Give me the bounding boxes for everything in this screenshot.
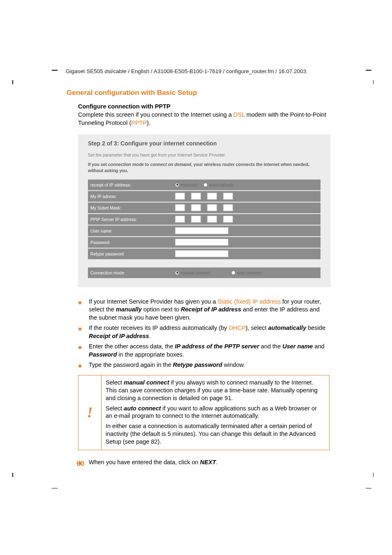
ui-term: auto connect [124, 405, 161, 412]
page-header-path: Gigaset SE505 dsl/cable / English / A310… [66, 68, 306, 74]
text: in the appropriate boxes. [117, 351, 184, 358]
ip-octet-input[interactable] [175, 193, 185, 200]
ip-octet-input[interactable] [191, 193, 201, 200]
bullet-icon [78, 361, 84, 369]
bullet-icon [78, 324, 84, 340]
text: If you set [88, 162, 108, 167]
ip-octet-input[interactable] [223, 193, 233, 200]
row-receipt-ip: receipt of IP address: manually automati… [88, 180, 321, 190]
text: and the [259, 343, 282, 350]
text: and [313, 343, 324, 350]
radio-manually[interactable]: manually [175, 182, 198, 187]
ui-term: User name [282, 343, 313, 350]
text: window. [222, 362, 245, 368]
label-username: User name [90, 228, 175, 233]
ui-term: Retype password [173, 362, 222, 368]
ui-term: manually [116, 306, 142, 313]
radio-manual-connect[interactable]: manual connect [175, 270, 211, 275]
form-table: receipt of IP address: manually automati… [88, 180, 321, 278]
list-item: If your Internet Service Provider has gi… [78, 298, 329, 322]
ui-term: manual connect [124, 379, 169, 386]
callout-box: ! Select manual connect if you always wi… [78, 375, 330, 450]
ip-octet-input[interactable] [223, 204, 233, 211]
ip-octet-input[interactable] [207, 204, 217, 211]
ui-term: Password [89, 351, 117, 358]
radio-label: auto connect [237, 270, 261, 275]
row-retype-password: Retype password [88, 249, 321, 259]
username-input[interactable] [175, 227, 228, 234]
ip-octet-input[interactable] [191, 216, 201, 223]
text: . [149, 333, 151, 339]
final-instruction: When you have entered the data, click on… [78, 458, 329, 467]
password-input[interactable] [175, 239, 228, 246]
text: connect on demand [150, 162, 191, 167]
radio-label: automatically [209, 182, 234, 187]
text: If the router receives its IP address au… [89, 325, 229, 331]
bullet-icon [78, 343, 84, 359]
text: connection mode [108, 162, 144, 167]
text: beside [306, 325, 325, 331]
text: . [216, 459, 218, 465]
list-item: Enter the other access data, the IP addr… [78, 343, 329, 359]
text: Type the password again in the [89, 362, 173, 368]
callout-paragraph: Select manual connect if you always wish… [106, 379, 325, 402]
label-subnet: My Subet Mask: [90, 205, 175, 210]
bullet-icon [78, 298, 84, 322]
ip-octet-input[interactable] [207, 216, 217, 223]
list-item: When you have entered the data, click on… [78, 458, 329, 467]
callout-paragraph: In either case a connection is automatic… [106, 422, 325, 446]
radio-automatically[interactable]: automatically [203, 182, 234, 187]
retype-password-input[interactable] [175, 250, 228, 257]
term-dhcp: DHCP [229, 325, 246, 331]
row-pptp-server: PPtP Server IP address: . . . [88, 214, 321, 225]
ip-octet-input[interactable] [175, 216, 185, 223]
text: If your Internet Service Provider has gi… [89, 298, 218, 305]
row-spacer [88, 260, 321, 267]
label-pptp-server: PPtP Server IP address: [90, 217, 175, 222]
ui-term: Receipt of IP address [181, 306, 241, 313]
radio-label: manually [180, 182, 198, 187]
term-dsl: DSL [233, 111, 245, 118]
ip-octet-input[interactable] [223, 216, 233, 223]
ip-octet-input[interactable] [191, 204, 201, 211]
instruction-list: If your Internet Service Provider has gi… [78, 298, 329, 370]
callout-paragraph: Select auto connect if you want to allow… [106, 405, 325, 420]
screenshot-warning: If you set connection mode to connect on… [88, 161, 321, 173]
row-connection-mode: Connection mode manual connect auto conn… [88, 267, 321, 278]
label-password: Password [90, 240, 175, 245]
page-number: 60 [76, 460, 84, 468]
text: option next to [142, 306, 181, 313]
label-retype-password: Retype password [90, 251, 175, 256]
ip-octet-input[interactable] [207, 193, 217, 200]
text: ). [147, 120, 150, 126]
screenshot-note: Set the parameter that you have got from… [88, 152, 321, 157]
text: ), select [246, 325, 268, 331]
text: Select [106, 405, 124, 412]
intro-paragraph: Complete this screen if you connect to t… [78, 111, 329, 127]
term-pptp: PPTP [131, 120, 147, 126]
ui-term: Receipt of IP address [89, 333, 149, 339]
row-password: Password [88, 237, 321, 248]
radio-label: manual connect [180, 270, 211, 275]
screenshot-step-title: Step 2 of 3: Configure your internet con… [88, 140, 321, 147]
row-subnet: My Subet Mask: . . . [88, 203, 321, 213]
config-screenshot: Step 2 of 3: Configure your internet con… [78, 134, 330, 287]
radio-auto-connect[interactable]: auto connect [231, 270, 261, 275]
term-static-ip: Static (fixed) IP address [218, 298, 281, 305]
list-item: If the router receives its IP address au… [78, 324, 329, 340]
row-my-ip: My IP adress: . . . [88, 191, 321, 202]
text: Enter the other access data, the [89, 343, 175, 350]
ui-term: IP address of the PPTP server [175, 343, 259, 350]
text: Select [106, 379, 124, 386]
list-item: Type the password again in the Retype pa… [78, 361, 329, 369]
text: to [144, 162, 150, 167]
text: Complete this screen if you connect to t… [78, 111, 233, 118]
text: When you have entered the data, click on [89, 459, 200, 465]
section-title: General configuration with Basic Setup [67, 89, 197, 97]
label-connection-mode: Connection mode [90, 270, 175, 275]
ip-octet-input[interactable] [175, 204, 185, 211]
exclamation-icon: ! [78, 375, 101, 450]
ui-term: automatically [268, 325, 307, 331]
subsection-heading: Configure connection with PPTP [78, 103, 329, 110]
label-my-ip: My IP adress: [90, 194, 175, 199]
